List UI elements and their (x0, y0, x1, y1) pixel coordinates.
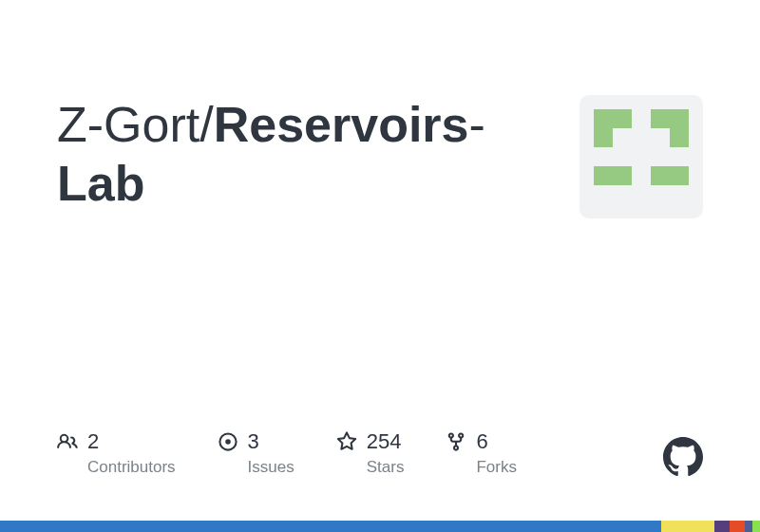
language-segment (730, 521, 745, 532)
identicon-icon (594, 109, 689, 204)
forks-value: 6 (476, 429, 487, 454)
svg-point-10 (225, 439, 231, 445)
language-segment (745, 521, 752, 532)
stat-contributors: 2 Contributors (57, 429, 176, 477)
repo-title: Z-Gort/Reservoirs-Lab (57, 95, 551, 214)
svg-rect-3 (670, 109, 689, 128)
language-segment (0, 521, 661, 532)
repo-owner: Z-Gort (57, 97, 200, 152)
svg-rect-0 (594, 109, 613, 128)
repo-social-card: Z-Gort/Reservoirs-Lab (0, 0, 760, 532)
repo-separator: / (200, 97, 213, 152)
svg-rect-7 (613, 166, 632, 185)
issues-label: Issues (248, 458, 294, 477)
github-logo-icon (663, 437, 703, 477)
language-segment (661, 521, 714, 532)
forks-label: Forks (476, 458, 517, 477)
language-color-strip (0, 521, 760, 532)
issues-value: 3 (248, 429, 259, 454)
contributors-label: Contributors (87, 458, 176, 477)
stars-value: 254 (367, 429, 402, 454)
repo-name-part1: Reservoirs (214, 97, 469, 152)
people-icon (57, 431, 78, 452)
svg-rect-1 (613, 109, 632, 128)
repo-name-part2: Lab (57, 156, 144, 211)
stats-row: 2 Contributors 3 Issues (57, 429, 703, 477)
svg-rect-6 (594, 166, 613, 185)
svg-rect-5 (670, 128, 689, 147)
issue-icon (218, 431, 238, 452)
star-icon (336, 431, 357, 452)
stat-forks: 6 Forks (446, 429, 517, 477)
contributors-value: 2 (87, 429, 99, 454)
fork-icon (446, 431, 466, 452)
repo-hyphen: - (469, 97, 485, 152)
language-segment (714, 521, 730, 532)
svg-rect-8 (651, 166, 670, 185)
svg-rect-9 (670, 166, 689, 185)
stat-stars: 254 Stars (336, 429, 405, 477)
language-segment (752, 521, 760, 532)
title-row: Z-Gort/Reservoirs-Lab (57, 95, 703, 218)
repo-identicon (580, 95, 703, 218)
svg-rect-4 (594, 128, 613, 147)
stars-label: Stars (367, 458, 405, 477)
stat-issues: 3 Issues (218, 429, 294, 477)
stats-list: 2 Contributors 3 Issues (57, 429, 517, 477)
svg-rect-2 (651, 109, 670, 128)
